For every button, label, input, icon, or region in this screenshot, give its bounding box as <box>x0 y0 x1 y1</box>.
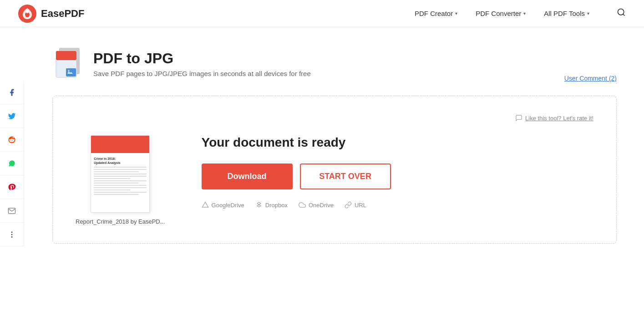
doc-thumb-header <box>91 136 149 153</box>
social-more[interactable] <box>0 223 24 246</box>
ready-title: Your document is ready <box>202 135 391 150</box>
main-content: PDF to JPG Save PDF pages to JPG/JPEG im… <box>25 27 644 262</box>
chevron-down-icon: ▾ <box>523 11 526 16</box>
doc-thumb-line <box>94 187 147 188</box>
svg-point-2 <box>11 234 12 235</box>
svg-point-7 <box>618 9 624 15</box>
social-pinterest[interactable] <box>0 175 24 199</box>
conversion-box: Like this tool? Let's rate it! Crime in … <box>52 96 617 244</box>
cloud-onedrive[interactable]: OneDrive <box>299 201 334 209</box>
social-reddit[interactable] <box>0 128 24 152</box>
doc-thumb-line <box>94 174 147 174</box>
svg-rect-11 <box>56 51 76 60</box>
nav-all-pdf-tools[interactable]: All PDF Tools ▾ <box>544 10 589 17</box>
svg-point-3 <box>11 236 12 237</box>
cloud-url[interactable]: URL <box>345 201 366 209</box>
doc-thumb-line <box>94 185 147 186</box>
logo-text: EasePDF <box>41 8 84 20</box>
doc-thumb-title-text: Crime in 2018:Updated Analysis <box>94 157 147 165</box>
result-area: Crime in 2018:Updated Analysis <box>76 135 593 225</box>
user-comment-link[interactable]: User Comment (2) <box>564 75 617 82</box>
svg-point-1 <box>11 232 12 233</box>
cloud-options: GoogleDrive Dropbox OneDrive URL <box>202 201 391 209</box>
nav-pdf-converter[interactable]: PDF Converter ▾ <box>476 10 526 17</box>
rate-bar: Like this tool? Let's rate it! <box>76 114 593 122</box>
social-sidebar <box>0 81 24 246</box>
doc-filename: Report_Crime_2018 by EasePD... <box>76 218 165 225</box>
doc-thumb-body: Crime in 2018:Updated Analysis <box>91 153 149 200</box>
doc-preview: Crime in 2018:Updated Analysis <box>76 135 165 225</box>
social-whatsapp[interactable] <box>0 152 24 175</box>
social-email[interactable] <box>0 199 24 223</box>
nav-pdf-creator[interactable]: PDF Creator ▾ <box>415 10 457 17</box>
download-button[interactable]: Download <box>202 164 293 189</box>
comment-icon <box>515 114 522 122</box>
svg-point-6 <box>26 10 29 13</box>
onedrive-icon <box>299 201 306 209</box>
doc-thumbnail: Crime in 2018:Updated Analysis <box>91 135 150 213</box>
start-over-button[interactable]: START OVER <box>300 164 391 189</box>
svg-point-13 <box>68 70 70 72</box>
cloud-googledrive[interactable]: GoogleDrive <box>202 201 244 209</box>
page-subtitle: Save PDF pages to JPG/JPEG images in sec… <box>93 70 311 77</box>
link-icon <box>345 201 352 209</box>
title-text-area: PDF to JPG Save PDF pages to JPG/JPEG im… <box>93 50 311 77</box>
page-title: PDF to JPG <box>93 50 311 67</box>
chevron-down-icon: ▾ <box>587 11 589 16</box>
search-button[interactable] <box>617 8 626 19</box>
page-header: PDF to JPG Save PDF pages to JPG/JPEG im… <box>52 46 617 82</box>
chevron-down-icon: ▾ <box>455 11 457 16</box>
doc-thumb-line <box>94 169 147 170</box>
doc-thumb-line <box>94 171 139 172</box>
cloud-dropbox[interactable]: Dropbox <box>255 201 288 209</box>
logo-icon <box>18 5 36 23</box>
doc-thumb-line <box>94 180 147 181</box>
action-buttons: Download START OVER <box>202 164 391 189</box>
header: EasePDF PDF Creator ▾ PDF Converter ▾ Al… <box>0 0 644 27</box>
actions-area: Your document is ready Download START OV… <box>202 135 391 209</box>
svg-line-8 <box>623 14 625 16</box>
dropbox-icon <box>255 201 263 209</box>
doc-thumb-line <box>94 194 139 195</box>
doc-thumb-line <box>94 192 147 193</box>
main-nav: PDF Creator ▾ PDF Converter ▾ All PDF To… <box>415 8 626 19</box>
doc-thumb-line <box>94 178 131 179</box>
doc-thumb-line <box>94 183 139 184</box>
social-facebook[interactable] <box>0 81 24 104</box>
googledrive-icon <box>202 201 209 209</box>
doc-thumb-line <box>94 189 131 190</box>
logo-area: EasePDF <box>18 5 84 23</box>
page-title-area: PDF to JPG Save PDF pages to JPG/JPEG im… <box>52 46 311 82</box>
doc-thumb-line <box>94 176 147 177</box>
page-icon <box>52 46 84 82</box>
social-twitter[interactable] <box>0 104 24 128</box>
doc-thumb-line <box>94 167 147 168</box>
rate-link[interactable]: Like this tool? Let's rate it! <box>515 114 593 122</box>
